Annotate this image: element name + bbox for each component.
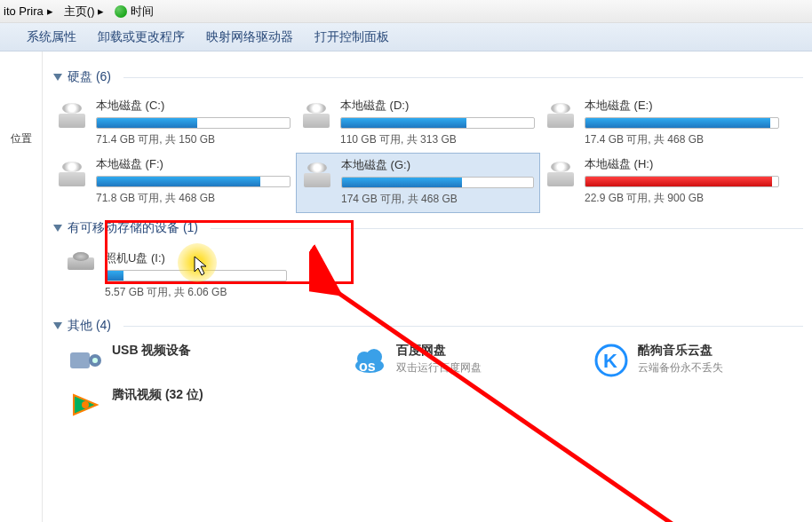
capacity-bar <box>585 176 779 187</box>
breadcrumb-2: 主页() ▸ <box>64 4 105 20</box>
drive-item[interactable]: 本地磁盘 (E:)17.4 GB 可用, 共 468 GB <box>540 94 784 153</box>
other-item-usb-device[interactable]: USB 视频设备 <box>68 343 277 378</box>
toolbar-control-panel[interactable]: 打开控制面板 <box>314 29 389 45</box>
group-header-other[interactable]: 其他 (4) <box>53 318 803 334</box>
svg-text:os: os <box>359 359 376 374</box>
hard-disk-icon <box>545 101 577 130</box>
breadcrumb-1: ito Prira ▸ <box>4 4 53 18</box>
hard-disk-icon <box>57 101 89 130</box>
globe-icon <box>115 5 127 18</box>
toolbar-system-properties[interactable]: 系统属性 <box>27 29 76 45</box>
group-header-removable[interactable]: 有可移动存储的设备 (1) <box>53 220 803 236</box>
capacity-text: 17.4 GB 可用, 共 468 GB <box>585 132 779 147</box>
drive-item[interactable]: 本地磁盘 (C:)71.4 GB 可用, 共 150 GB <box>52 94 296 153</box>
collapse-icon <box>53 225 62 232</box>
other-item-tencent[interactable]: 腾讯视频 (32 位) <box>68 387 281 423</box>
svg-text:K: K <box>603 350 617 372</box>
other-item-kugou[interactable]: K 酷狗音乐云盘 云端备份永不丢失 <box>593 343 803 378</box>
group-label: 有可移动存储的设备 (1) <box>68 220 198 236</box>
usb-drive-item[interactable]: 照机U盘 (I:) 5.57 GB 可用, 共 6.06 GB <box>59 245 294 305</box>
usb-capacity-bar <box>105 270 287 281</box>
capacity-bar <box>96 176 291 187</box>
collapse-icon <box>53 74 62 81</box>
other-item-baidu[interactable]: os 百度网盘 双击运行百度网盘 <box>352 343 561 378</box>
drive-name: 本地磁盘 (C:) <box>96 98 291 114</box>
sidebar: 位置 <box>0 51 43 522</box>
capacity-text: 71.4 GB 可用, 共 150 GB <box>96 132 291 147</box>
drive-name: 本地磁盘 (G:) <box>341 157 534 173</box>
hard-disk-icon <box>302 161 334 189</box>
drive-name: 本地磁盘 (H:) <box>585 156 779 172</box>
group-label: 其他 (4) <box>68 318 111 334</box>
group-header-hdd[interactable]: 硬盘 (6) <box>53 69 803 85</box>
capacity-bar <box>585 117 779 129</box>
content-area: 硬盘 (6) 本地磁盘 (C:)71.4 GB 可用, 共 150 GB本地磁盘… <box>43 51 812 522</box>
drive-item[interactable]: 本地磁盘 (D:)110 GB 可用, 共 313 GB <box>296 94 540 153</box>
group-label: 硬盘 (6) <box>68 69 111 85</box>
toolbar-uninstall-program[interactable]: 卸载或更改程序 <box>98 29 185 45</box>
sidebar-label: 位置 <box>0 131 42 146</box>
kugou-icon: K <box>593 343 629 378</box>
svg-point-2 <box>92 358 98 363</box>
toolbar-map-drive[interactable]: 映射网络驱动器 <box>206 29 293 45</box>
breadcrumb-3[interactable]: 时间 <box>115 4 154 20</box>
usb-capacity-text: 5.57 GB 可用, 共 6.06 GB <box>105 285 287 300</box>
hard-disk-icon <box>301 101 333 130</box>
svg-point-9 <box>82 401 89 408</box>
capacity-bar <box>341 177 534 188</box>
capacity-text: 110 GB 可用, 共 313 GB <box>340 132 535 147</box>
drives-grid: 本地磁盘 (C:)71.4 GB 可用, 共 150 GB本地磁盘 (D:)11… <box>52 94 803 213</box>
drive-name: 本地磁盘 (E:) <box>585 98 779 114</box>
capacity-bar <box>96 117 291 129</box>
drive-name: 本地磁盘 (F:) <box>96 156 291 172</box>
address-bar: ito Prira ▸ 主页() ▸ 时间 <box>0 0 812 23</box>
hard-disk-icon <box>545 160 577 188</box>
collapse-icon <box>53 322 62 329</box>
drive-item[interactable]: 本地磁盘 (H:)22.9 GB 可用, 共 900 GB <box>540 153 784 213</box>
drive-item[interactable]: 本地磁盘 (G:)174 GB 可用, 共 468 GB <box>296 153 540 213</box>
usb-drive-icon <box>66 250 98 275</box>
capacity-text: 22.9 GB 可用, 共 900 GB <box>585 191 779 206</box>
tencent-video-icon <box>68 387 103 423</box>
drive-item[interactable]: 本地磁盘 (F:)71.8 GB 可用, 共 468 GB <box>52 153 296 213</box>
capacity-text: 71.8 GB 可用, 共 468 GB <box>96 191 291 206</box>
toolbar: 系统属性 卸载或更改程序 映射网络驱动器 打开控制面板 <box>0 23 812 51</box>
baidu-pan-icon: os <box>352 343 387 378</box>
svg-rect-0 <box>70 352 90 368</box>
capacity-bar <box>340 117 535 129</box>
usb-drive-name: 照机U盘 (I:) <box>105 250 287 266</box>
hard-disk-icon <box>57 160 89 188</box>
capacity-text: 174 GB 可用, 共 468 GB <box>341 192 534 207</box>
drive-name: 本地磁盘 (D:) <box>340 98 535 114</box>
camcorder-icon <box>68 343 103 378</box>
